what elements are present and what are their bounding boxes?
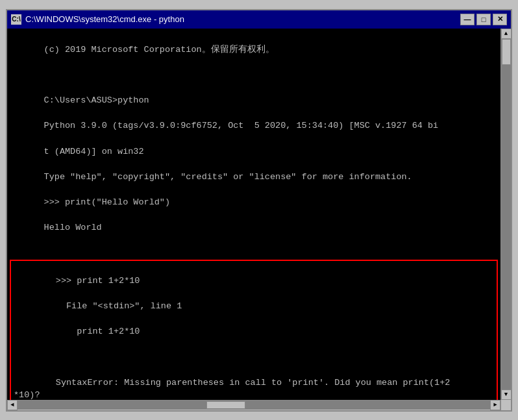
scrollbar-track[interactable] bbox=[501, 39, 511, 389]
title-bar-buttons: — □ ✕ bbox=[460, 14, 507, 25]
scroll-up-arrow[interactable]: ▲ bbox=[501, 29, 512, 39]
title-bar-left: C:\ C:\WINDOWS\system32\cmd.exe - python bbox=[11, 14, 184, 25]
error-code-line: print 1+2*10 bbox=[56, 327, 140, 336]
window-title: C:\WINDOWS\system32\cmd.exe - python bbox=[25, 14, 184, 24]
vertical-scrollbar: ▲ ▼ bbox=[500, 29, 511, 400]
minimize-button[interactable]: — bbox=[460, 14, 475, 25]
cmd-icon: C:\ bbox=[11, 14, 21, 25]
hello-world-output: Hello World bbox=[44, 223, 102, 232]
title-bar: C:\ C:\WINDOWS\system32\cmd.exe - python… bbox=[7, 10, 511, 29]
error-block: >>> print 1+2*10 File "<stdin>", line 1 … bbox=[10, 260, 498, 400]
python-version-line1: Python 3.9.0 (tags/v3.9.0:9cf6752, Oct 5… bbox=[44, 121, 439, 130]
scroll-left-arrow[interactable]: ◄ bbox=[7, 400, 18, 410]
cmd-window: C:\ C:\WINDOWS\system32\cmd.exe - python… bbox=[6, 9, 512, 412]
horizontal-scrollbar: ◄ ► bbox=[7, 400, 511, 410]
terminal-body: (c) 2019 Microsoft Corporation。保留所有权利。 C… bbox=[7, 29, 511, 400]
syntax-error-line: SyntaxError: Missing parentheses in call… bbox=[14, 378, 450, 400]
error-prompt-line: >>> print 1+2*10 bbox=[56, 276, 140, 286]
scrollbar-thumb[interactable] bbox=[502, 39, 511, 65]
scroll-corner bbox=[500, 400, 511, 410]
hello-world-cmd: >>> print("Hello World") bbox=[44, 197, 170, 207]
h-scroll-thumb[interactable] bbox=[206, 401, 245, 409]
python-version-line2: t (AMD64)] on win32 bbox=[44, 147, 144, 156]
terminal-content[interactable]: (c) 2019 Microsoft Corporation。保留所有权利。 C… bbox=[7, 29, 500, 400]
scroll-down-arrow[interactable]: ▼ bbox=[501, 389, 512, 400]
user-prompt: C:\Users\ASUS>python bbox=[44, 95, 149, 105]
close-button[interactable]: ✕ bbox=[493, 14, 507, 25]
scroll-right-arrow[interactable]: ► bbox=[490, 400, 500, 410]
python-help-line: Type "help", "copyright", "credits" or "… bbox=[44, 172, 412, 182]
error-file-line: File "<stdin>", line 1 bbox=[56, 301, 182, 311]
h-scroll-track[interactable] bbox=[18, 401, 490, 410]
maximize-button[interactable]: □ bbox=[476, 14, 491, 25]
copyright-line: (c) 2019 Microsoft Corporation。保留所有权利。 bbox=[44, 45, 275, 55]
